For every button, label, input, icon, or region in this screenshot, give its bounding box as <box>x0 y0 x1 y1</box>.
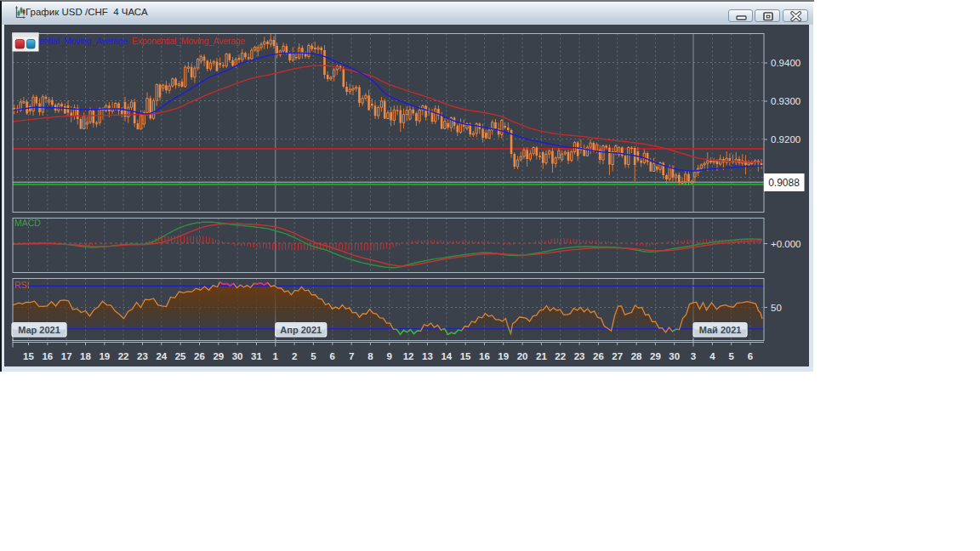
svg-text:1: 1 <box>272 351 278 361</box>
svg-text:22: 22 <box>117 351 128 361</box>
svg-text:Мар 2021: Мар 2021 <box>18 325 60 335</box>
svg-text:7: 7 <box>348 351 353 361</box>
svg-text:17: 17 <box>60 351 71 361</box>
svg-text:8: 8 <box>368 351 373 361</box>
svg-text:Exponential_Moving_Average: Exponential_Moving_Average <box>132 36 245 46</box>
svg-text:18: 18 <box>80 351 91 361</box>
svg-text:25: 25 <box>174 351 185 361</box>
svg-text:0.9200: 0.9200 <box>771 134 801 145</box>
svg-text:30: 30 <box>669 351 680 361</box>
svg-text:RSI: RSI <box>14 280 30 290</box>
svg-text:26: 26 <box>194 351 205 361</box>
svg-text:21: 21 <box>536 351 547 361</box>
svg-text:29: 29 <box>213 351 224 361</box>
svg-text:50: 50 <box>771 303 782 313</box>
svg-text:24: 24 <box>156 351 167 361</box>
svg-text:2: 2 <box>291 351 296 361</box>
svg-text:28: 28 <box>630 351 641 361</box>
svg-text:19: 19 <box>498 351 509 361</box>
svg-text:19: 19 <box>99 351 110 361</box>
svg-text:27: 27 <box>612 351 623 361</box>
svg-text:12: 12 <box>402 351 413 361</box>
svg-text:15: 15 <box>459 351 470 361</box>
svg-text:9: 9 <box>386 351 391 361</box>
svg-text:6: 6 <box>747 351 752 361</box>
svg-text:Май 2021: Май 2021 <box>698 325 741 335</box>
svg-text:0.9400: 0.9400 <box>771 58 801 68</box>
svg-text:31: 31 <box>251 351 262 361</box>
svg-text:22: 22 <box>555 351 566 361</box>
svg-text:23: 23 <box>137 351 148 361</box>
svg-text:14: 14 <box>441 351 452 361</box>
svg-text:ential_Moving_Average: ential_Moving_Average <box>39 36 128 46</box>
svg-text:3: 3 <box>690 351 695 361</box>
svg-text:15: 15 <box>23 351 34 361</box>
svg-text:26: 26 <box>593 351 604 361</box>
svg-text:0.9300: 0.9300 <box>771 96 801 106</box>
svg-text:30: 30 <box>231 351 242 361</box>
svg-text:+0.000: +0.000 <box>771 239 801 249</box>
svg-text:23: 23 <box>573 351 584 361</box>
svg-text:0.9088: 0.9088 <box>768 177 800 189</box>
svg-text:5: 5 <box>728 351 734 361</box>
svg-text:Апр 2021: Апр 2021 <box>280 325 322 335</box>
svg-text:5: 5 <box>311 351 316 361</box>
svg-text:29: 29 <box>650 351 661 361</box>
svg-text:6: 6 <box>329 351 334 361</box>
svg-text:16: 16 <box>42 351 53 361</box>
svg-text:16: 16 <box>479 351 490 361</box>
svg-text:4: 4 <box>709 351 715 361</box>
svg-text:20: 20 <box>516 351 527 361</box>
svg-text:13: 13 <box>422 351 433 361</box>
svg-text:MACD: MACD <box>14 218 41 228</box>
